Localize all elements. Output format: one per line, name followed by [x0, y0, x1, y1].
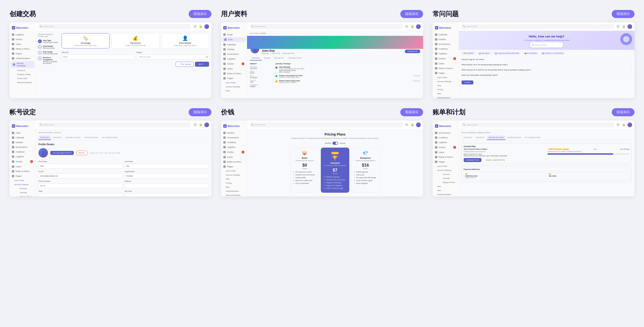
- wizard-card-percentage[interactable]: 🏷️ Percentage Create a deal which offers…: [62, 33, 110, 48]
- sidebar-kanban-pr[interactable]: Kanban: [221, 130, 247, 135]
- faq-question-4[interactable]: Does my subscription automatically renew…: [462, 74, 632, 76]
- search-bar-account[interactable]: 🔍 Search (Ctrl): [38, 122, 191, 128]
- sidebar-ecomm-pr[interactable]: eCommerce: [221, 135, 247, 140]
- account-sub-billing[interactable]: Billing & Plans: [15, 194, 35, 196]
- tab-billing[interactable]: BILLING & PLANS: [64, 136, 82, 140]
- faq-question-3[interactable]: Which license do I need for an end produ…: [462, 69, 632, 71]
- lastname-input[interactable]: [124, 164, 209, 168]
- sidebar-logistics-p[interactable]: Logistics: [221, 56, 247, 61]
- cancel-subscription-button[interactable]: CANCEL SUBSCRIPTION: [483, 158, 508, 162]
- email-input[interactable]: [38, 174, 123, 178]
- sub-faq-p[interactable]: FAQ: [221, 89, 247, 93]
- next-button[interactable]: NEXT →: [195, 62, 209, 67]
- faq-cat-payment[interactable]: 💳 PAYMENT: [462, 52, 476, 55]
- sidebar-invoice-f[interactable]: Invoice 1: [432, 56, 458, 61]
- account-sub-account[interactable]: Account: [15, 186, 35, 190]
- address-input[interactable]: [124, 184, 209, 188]
- settings-icon[interactable]: ⚙: [193, 24, 197, 29]
- user-avatar[interactable]: [204, 24, 209, 29]
- sidebar-kanban-f[interactable]: Kanban: [432, 37, 458, 42]
- sub-wizard[interactable]: Wizard Examples: [12, 80, 35, 84]
- sub-faq[interactable]: FAQ: [432, 84, 458, 88]
- demo-badge-account[interactable]: 现场演示: [189, 108, 212, 116]
- sidebar-invoice-a[interactable]: Invoice 1: [10, 159, 35, 164]
- demo-badge-pricing[interactable]: 现场演示: [400, 108, 423, 116]
- sub-user-profile-f[interactable]: User Profile: [432, 76, 458, 80]
- settings-icon-f[interactable]: ⚙: [616, 24, 620, 29]
- user-avatar-b[interactable]: [628, 122, 632, 127]
- search-bar-create-deal[interactable]: 🔍 Search (Ctrl): [38, 24, 191, 29]
- settings-icon-b[interactable]: ⚙: [616, 123, 620, 127]
- bell-icon[interactable]: 🔔: [198, 24, 203, 29]
- sub-auth-f[interactable]: Authentications: [432, 96, 458, 98]
- sidebar-ecomm-f[interactable]: eCommerce: [432, 42, 458, 46]
- upload-photo-button[interactable]: UPLOAD NEW PHOTO: [50, 151, 74, 155]
- tab-connections[interactable]: CONNECTIONS: [286, 56, 304, 60]
- sub-user-profile[interactable]: User Profile: [221, 81, 247, 85]
- tab-billing-b[interactable]: BILLING & PLANS: [487, 136, 506, 140]
- demo-badge-profile[interactable]: 现场演示: [400, 10, 423, 18]
- wizard-card-prime[interactable]: 👤 Prime Member Create prime number you d…: [161, 33, 209, 48]
- demo-badge-create-deal[interactable]: 现场演示: [189, 10, 212, 18]
- sidebar-roles-f[interactable]: Roles & Permi...: [432, 66, 458, 71]
- sub-create-deal[interactable]: Create Deal: [12, 76, 35, 80]
- sub-misc-pr[interactable]: Misc: [221, 185, 247, 189]
- sidebar-calendar-f[interactable]: Calendar: [432, 32, 458, 37]
- prev-button[interactable]: ← Prev Upload: [176, 62, 194, 67]
- sidebar-users-pr[interactable]: Users: [221, 155, 247, 160]
- sidebar-item-pages[interactable]: Pages: [10, 51, 35, 56]
- sidebar-logistics-pr[interactable]: Logistics: [221, 145, 247, 150]
- sidebar-item-users[interactable]: Users: [10, 42, 35, 46]
- sidebar-roles-pr[interactable]: Roles & Permi...: [221, 160, 247, 164]
- settings-icon-pr[interactable]: ⚙: [404, 123, 409, 127]
- sidebar-users-b[interactable]: Users: [432, 150, 458, 155]
- sub-user-profile-b[interactable]: User Profile: [432, 164, 458, 168]
- tab-notifications[interactable]: NOTIFICATIONS: [82, 136, 100, 140]
- sub-user-profile-pr[interactable]: User Profile: [221, 169, 247, 173]
- sub-auth-pr[interactable]: Authentications: [221, 189, 247, 193]
- tab-notifications-b[interactable]: NOTIFICATIONS: [506, 136, 523, 140]
- tab-teams[interactable]: TEAMS: [262, 56, 272, 60]
- tab-account-b[interactable]: ACCOUNT: [462, 136, 474, 140]
- tab-projects[interactable]: PROJECTS: [272, 56, 286, 60]
- tab-profile[interactable]: PROFILE: [250, 56, 262, 60]
- faq-question-1[interactable]: How do I pay for my order? ›: [462, 58, 632, 60]
- faq-cat-orders[interactable]: 📦 MY ORDERS: [522, 52, 539, 55]
- faq-question-2[interactable]: What should I do if I'm having trouble p…: [462, 64, 632, 66]
- sub-misc2-b[interactable]: Misc: [432, 188, 458, 192]
- sidebar-invoice-b[interactable]: Invoice 1: [432, 145, 458, 150]
- sub-misc-f[interactable]: Misc: [432, 92, 458, 96]
- zip-input[interactable]: [124, 193, 209, 196]
- phone-input[interactable]: [38, 184, 123, 188]
- settings-icon-p[interactable]: ⚙: [404, 24, 409, 29]
- sub-account-settings-pr[interactable]: Account Settings: [221, 173, 247, 177]
- sidebar-logistics-b[interactable]: Logistics: [432, 140, 458, 145]
- sub-user-profile-a[interactable]: User Profile: [10, 178, 35, 182]
- reset-photo-button[interactable]: RESET: [76, 151, 87, 155]
- user-avatar-a[interactable]: [204, 122, 209, 127]
- sidebar-sub-checkout[interactable]: Checkout Property Listing Create Deal Wi…: [10, 68, 35, 84]
- tab-security[interactable]: SECURITY: [51, 136, 64, 140]
- faq-cat-delivery[interactable]: 🚚 DELIVERY: [477, 52, 492, 55]
- sidebar-users-p[interactable]: Users: [221, 66, 247, 71]
- sidebar-pages-p[interactable]: Pages: [221, 76, 247, 81]
- sidebar-academy-f[interactable]: Academy: [432, 46, 458, 51]
- sidebar-pages-a[interactable]: Pages: [10, 174, 35, 178]
- sidebar-academy-b[interactable]: Academy: [432, 135, 458, 140]
- billing-sub-billing[interactable]: Billing & Plans: [438, 180, 458, 184]
- sub-property[interactable]: Property Listing: [12, 72, 35, 76]
- bell-icon-a[interactable]: 🔔: [198, 123, 203, 127]
- search-bar-faq[interactable]: 🔍 Search (Ctrl): [461, 24, 614, 29]
- bell-icon-b[interactable]: 🔔: [622, 123, 626, 127]
- billing-toggle[interactable]: [332, 142, 338, 145]
- sidebar-pages-b[interactable]: Pages: [432, 160, 458, 164]
- sidebar-logistics-a[interactable]: Logistics: [10, 154, 35, 159]
- wizard-card-flat[interactable]: 💰 Flat Amount Create a deal which offers…: [112, 33, 160, 48]
- sub-faq-pr[interactable]: FAQ: [221, 177, 247, 181]
- sub-pricing[interactable]: Pricing: [221, 181, 247, 185]
- contact-button[interactable]: Contact: [462, 80, 474, 84]
- region-select[interactable]: Select an region: [136, 54, 209, 59]
- sub-misc-b[interactable]: Misc: [432, 184, 458, 188]
- sidebar-invoice-p[interactable]: Invoice 1: [221, 61, 247, 66]
- sidebar-item-roles[interactable]: Roles & Permi...: [10, 46, 35, 51]
